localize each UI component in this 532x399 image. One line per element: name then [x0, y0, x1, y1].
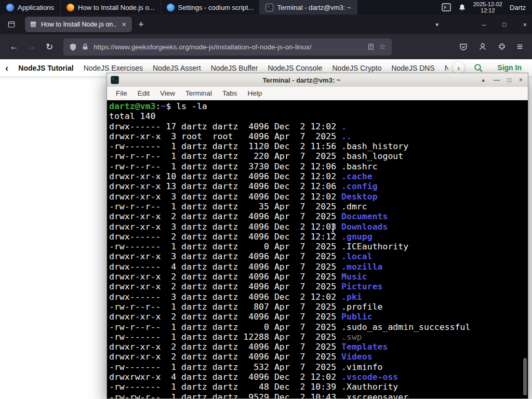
address-bar[interactable]: https://www.geeksforgeeks.org/node-js/in… — [63, 38, 392, 56]
terminal-title: Terminal - dartz@vm3: ~ — [122, 76, 481, 84]
ls-output-row: -rw-r--r-- 1 dartz dartz 35 Apr 7 2025 .… — [109, 202, 528, 211]
gfg-nav-link[interactable]: NodeJS DNS — [391, 64, 434, 72]
user-menu[interactable]: Dartz — [510, 4, 526, 11]
list-all-tabs-icon[interactable]: ▾ — [435, 21, 438, 28]
terminal-menu-terminal[interactable]: Terminal — [180, 89, 217, 97]
gfg-nav-link[interactable]: NodeJS Buffer — [211, 64, 258, 72]
file-name: .Xauthority — [341, 382, 398, 392]
ls-output-row: -rw------- 1 dartz dartz 1120 Dec 2 11:5… — [109, 141, 528, 151]
taskbar-item[interactable]: Terminal - dartz@vm3: ~ — [260, 0, 357, 15]
ls-output-row: -rw------- 1 dartz dartz 12288 Apr 7 202… — [109, 332, 528, 342]
file-name: Videos — [341, 352, 373, 362]
file-name: .config — [341, 181, 378, 191]
sign-in-button[interactable]: Sign In — [492, 61, 527, 74]
extensions-icon[interactable] — [498, 43, 506, 51]
clock-date: 2025-12-02 — [473, 1, 502, 8]
ls-output-row: -rw------- 1 dartz dartz 0 Apr 7 2025 .I… — [109, 242, 528, 251]
browser-tab[interactable]: How to Install Node.js on... × — [25, 17, 132, 32]
terminal-window-controls: ▲ — □ × — [481, 76, 524, 84]
terminal-maximize-button[interactable]: □ — [508, 76, 511, 84]
firefox-view-icon[interactable] — [7, 21, 16, 28]
ls-output-row: drwxr-xr-x 13 dartz dartz 4096 Dec 2 12:… — [109, 181, 528, 191]
bookmark-star-icon[interactable]: ☆ — [379, 42, 386, 51]
reload-button[interactable]: ↻ — [42, 42, 57, 52]
file-meta: -rw-r--r-- 1 dartz dartz 3730 Dec 2 12:0… — [109, 162, 341, 171]
clock[interactable]: 2025-12-02 12:12 — [473, 1, 502, 14]
file-name: .pki — [341, 292, 362, 302]
ls-output-row: -rw------- 1 dartz dartz 532 Apr 7 2025 … — [109, 362, 528, 372]
chevron-right-icon[interactable]: › — [453, 62, 464, 74]
file-meta: drwxr-xr-x 3 dartz dartz 4096 Apr 7 2025 — [109, 251, 341, 261]
file-meta: -rw------- 1 dartz dartz 1120 Dec 2 11:5… — [109, 141, 341, 151]
terminal-output[interactable]: dartz@vm3:~$ ls -la total 140 drwx------… — [107, 100, 528, 398]
ls-output-row: drwx------ 3 dartz dartz 4096 Dec 2 12:0… — [109, 292, 528, 302]
terminal-titlebar[interactable]: Terminal - dartz@vm3: ~ ▲ — □ × — [107, 73, 528, 87]
prompt-separator: : — [155, 101, 161, 111]
prompt-line: dartz@vm3:~$ ls -la — [109, 101, 528, 111]
taskbar-item[interactable]: How to Install Node.js o... — [61, 0, 161, 15]
search-icon[interactable] — [473, 63, 483, 73]
file-name: Templates — [341, 342, 388, 352]
gfg-nav-link[interactable]: NodeJS Assert — [153, 64, 201, 72]
tray-terminal-icon[interactable] — [442, 3, 451, 11]
file-name: .ICEauthority — [341, 242, 408, 251]
terminal-menu-edit[interactable]: Edit — [132, 89, 155, 97]
terminal-menu-help[interactable]: Help — [243, 89, 268, 97]
taskbar-item-label: Terminal - dartz@vm3: ~ — [277, 4, 351, 11]
file-name: .profile — [341, 302, 382, 312]
file-meta: drwxr-xr-x 2 dartz dartz 4096 Apr 7 2025 — [109, 272, 341, 282]
ls-output-row: drwxr-xr-x 2 dartz dartz 4096 Apr 7 2025… — [109, 352, 528, 362]
terminal-minimize-button[interactable]: — — [494, 76, 500, 84]
mouse-cursor — [330, 224, 335, 232]
menu-icon[interactable]: ≡ — [517, 41, 523, 52]
account-icon[interactable] — [478, 43, 487, 51]
lock-icon[interactable] — [82, 43, 89, 50]
terminal-icon — [265, 4, 273, 11]
notification-bell-icon[interactable] — [458, 4, 466, 11]
window-maximize-button[interactable]: □ — [502, 21, 506, 28]
firefox-icon — [66, 4, 74, 11]
ls-output-row: drwxr-xr-x 3 root root 4096 Apr 7 2025 .… — [109, 131, 528, 141]
applications-menu-button[interactable]: Applications — [0, 0, 61, 15]
back-button[interactable]: ← — [6, 42, 22, 52]
reader-view-icon[interactable] — [367, 43, 375, 50]
file-name: .sudo_as_admin_successful — [341, 322, 470, 332]
terminal-menu-tabs[interactable]: Tabs — [217, 89, 243, 97]
shield-icon[interactable] — [69, 43, 77, 51]
window-minimize-button[interactable]: – — [482, 21, 486, 29]
gfg-nav-link[interactable]: NodeJS Console — [268, 64, 322, 72]
taskbar: How to Install Node.js o...Settings - co… — [61, 0, 357, 15]
file-meta: drwxrwxr-x 4 dartz dartz 4096 Dec 2 12:0… — [109, 372, 341, 382]
file-meta: drwx------ 4 dartz dartz 4096 Apr 7 2025 — [109, 262, 341, 272]
applications-label: Applications — [18, 4, 54, 11]
taskbar-item[interactable]: Settings - codium script... — [161, 0, 260, 15]
new-tab-button[interactable]: + — [138, 19, 144, 30]
window-controls: ▾ – □ × — [435, 21, 527, 29]
terminal-close-button[interactable]: × — [519, 76, 523, 84]
terminal-menu-view[interactable]: View — [155, 89, 180, 97]
file-meta: -rw-r--r-- 1 dartz dartz 220 Apr 7 2025 — [109, 151, 341, 161]
tab-title: How to Install Node.js on... — [41, 21, 117, 28]
prompt-path: ~ — [161, 101, 166, 111]
forward-button[interactable]: → — [24, 42, 39, 52]
chevron-left-icon[interactable]: ‹ — [5, 62, 8, 74]
panel-left: Applications How to Install Node.js o...… — [0, 0, 357, 15]
browser-toolbar: ← → ↻ https://www.geeksforgeeks.org/node… — [0, 34, 532, 59]
window-close-button[interactable]: × — [523, 21, 527, 29]
gfg-nav-primary-link[interactable]: NodeJS Tutorial — [18, 64, 73, 72]
rollup-button[interactable]: ▲ — [481, 77, 486, 83]
file-meta: drwx------ 3 dartz dartz 4096 Dec 2 12:0… — [109, 292, 341, 302]
clock-time: 12:12 — [473, 7, 502, 14]
gfg-nav-link[interactable]: NodeJS Crypto — [332, 64, 382, 72]
terminal-menu-file[interactable]: File — [111, 89, 132, 97]
pocket-icon[interactable] — [459, 43, 468, 51]
file-name: Music — [341, 272, 367, 282]
ls-output-row: drwx------ 4 dartz dartz 4096 Apr 7 2025… — [109, 262, 528, 272]
file-name: Documents — [341, 211, 388, 221]
gfg-nav-link[interactable]: NodeJS Exercises — [84, 64, 143, 72]
file-meta: drwxr-xr-x 10 dartz dartz 4096 Dec 2 12:… — [109, 171, 341, 181]
file-meta: drwxr-xr-x 2 dartz dartz 4096 Apr 7 2025 — [109, 282, 341, 291]
tab-close-icon[interactable]: × — [121, 20, 127, 29]
terminal-scrollbar[interactable] — [523, 358, 527, 395]
ls-output-row: drwxr-xr-x 2 dartz dartz 4096 Apr 7 2025… — [109, 312, 528, 322]
